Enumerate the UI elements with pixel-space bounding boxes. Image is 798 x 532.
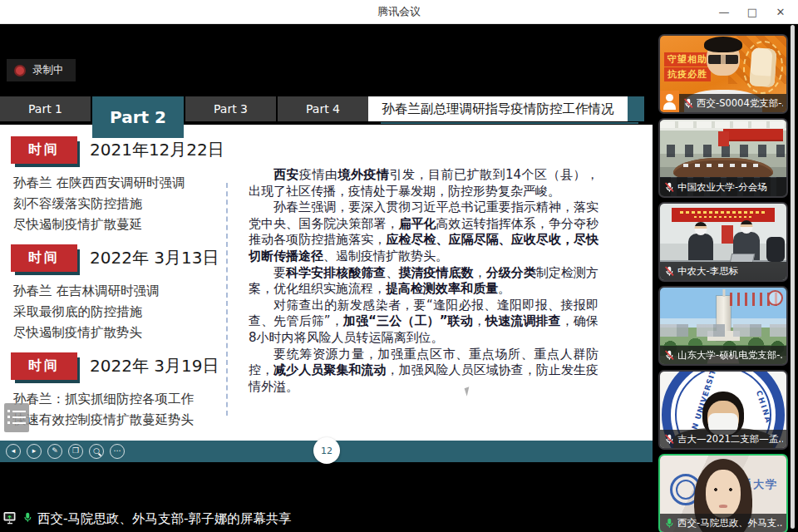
screen-share-icon <box>3 511 17 528</box>
content-paragraph: 孙春兰强调，要深入贯彻习近平总书记重要指示精神，落实党中央、国务院决策部署，扁平… <box>249 200 598 264</box>
timeline-line: 孙春兰 在吉林调研时强调 <box>13 281 232 302</box>
time-date: 2021年12月22日 <box>90 139 224 161</box>
content-paragraph: 要科学安排核酸筛查、摸清疫情底数，分级分类制定检测方案，优化组织实施流程，提高检… <box>249 265 598 298</box>
participant-tile[interactable]: 守望相助抗疫必胜西交-S0004党支部-... <box>658 34 788 114</box>
slide-title-cap <box>628 96 644 121</box>
timeline-line: 尽快遏制疫情扩散势头 <box>13 323 232 343</box>
annotate-pen-button[interactable]: ✎ <box>47 444 62 459</box>
caption-text: 西交-马院思政、外马支部-郭子娜的屏幕共享 <box>37 510 292 528</box>
tab-part-2[interactable]: Part 2 <box>92 96 184 138</box>
slide-list-toggle-icon[interactable] <box>4 403 29 432</box>
caption-mic-slot <box>22 511 33 527</box>
participant-tile[interactable]: 山东大学-硕机电党支部-... <box>658 286 788 366</box>
scene-layer <box>718 131 729 146</box>
participant-tile[interactable]: 中农大-李思标 <box>658 202 788 282</box>
recording-label: 录制中 <box>32 63 64 77</box>
mic-on-icon <box>663 517 675 530</box>
scene-layer <box>749 47 776 87</box>
time-date: 2022年 3月13日 <box>90 247 219 269</box>
participant-label: 中农大-李思标 <box>660 262 786 280</box>
scene-layer <box>722 225 733 244</box>
timeline-block: 时间2022年 3月19日孙春兰：抓实抓细防控各项工作快速有效控制疫情扩散蔓延势… <box>11 352 232 431</box>
participant-name: 中农大-李思标 <box>677 265 738 278</box>
timeline-lines: 孙春兰 在吉林调研时强调采取最彻底的防控措施尽快遏制疫情扩散势头 <box>13 281 232 343</box>
content-paragraph: 西安疫情由境外疫情引发，目前已扩散到14个区（县），出现了社区传播，疫情处于暴发… <box>249 167 598 200</box>
participant-tiles: 守望相助抗疫必胜西交-S0004党支部-...中国农业大学-分会场中农大-李思标… <box>658 34 788 532</box>
timeline-line: 孙春兰：抓实抓细防控各项工作 <box>13 389 232 410</box>
participants-sidebar: 守望相助抗疫必胜西交-S0004党支部-...中国农业大学-分会场中农大-李思标… <box>653 23 798 532</box>
scene-layer <box>707 41 740 76</box>
window-titlebar: 腾讯会议 — □ ✕ <box>0 0 798 24</box>
mic-muted-icon <box>682 97 694 110</box>
dashed-divider <box>226 183 228 416</box>
window-controls: — □ ✕ <box>710 0 795 23</box>
timeline-line: 孙春兰 在陕西西安调研时强调 <box>13 173 232 194</box>
content-paragraph: 对筛查出的新发感染者，要“逢阳必报、逢阳即报、接报即查、先管后筛”，加强“三公（… <box>249 298 598 347</box>
participant-tile[interactable]: 中国农业大学-分会场 <box>658 118 788 198</box>
next-page-button[interactable]: ▸ <box>27 444 42 459</box>
scene-layer <box>660 324 786 337</box>
participant-label: 西交-S0004党支部-... <box>679 94 786 112</box>
mic-muted-icon <box>663 349 675 362</box>
mic-on-icon <box>22 511 33 524</box>
slides-panel-button[interactable]: ❐ <box>68 444 83 459</box>
time-badge: 时间 <box>11 136 77 164</box>
scene-layer <box>672 208 775 222</box>
content-paragraph: 要统筹资源力量，加强重点区市、重点场所、重点人群防控，减少人员聚集和流动，加强风… <box>249 347 598 396</box>
timeline-block: 时间2021年12月22日孙春兰 在陕西西安调研时强调刻不容缓落实防控措施尽快遏… <box>11 136 232 235</box>
scene-layer <box>688 234 713 262</box>
participant-tile[interactable]: 西安交通大学西交-马院思政、外马支... <box>658 454 788 532</box>
scene-layer: 抗疫必胜 <box>664 67 711 81</box>
timeline-lines: 孙春兰：抓实抓细防控各项工作快速有效控制疫情扩散蔓延势头 <box>13 389 232 431</box>
timeline-line: 尽快遏制疫情扩散蔓延 <box>13 214 232 235</box>
window-title: 腾讯会议 <box>377 4 421 19</box>
slide-content: 时间2021年12月22日孙春兰 在陕西西安调研时强调刻不容缓落实防控措施尽快遏… <box>0 125 653 441</box>
tab-part-3[interactable]: Part 3 <box>185 96 276 121</box>
mic-muted-icon <box>663 181 675 194</box>
participant-label: 西交-马院思政、外马支... <box>660 514 786 532</box>
scene-layer <box>730 293 780 306</box>
main-text: 西安疫情由境外疫情引发，目前已扩散到14个区（县），出现了社区传播，疫情处于暴发… <box>249 167 598 395</box>
recording-dot-icon <box>14 65 26 76</box>
scene-layer <box>723 129 783 141</box>
scene-layer <box>662 145 785 157</box>
participant-name: 山东大学-硕机电党支部-... <box>677 349 783 362</box>
participant-label: 吉大—2021二支部—孟... <box>660 430 786 448</box>
participant-name: 西交-马院思政、外马支... <box>677 517 783 530</box>
participant-name: 西交-S0004党支部-... <box>697 97 783 110</box>
mic-muted-icon <box>663 433 675 446</box>
participant-label: 中国农业大学-分会场 <box>660 178 786 196</box>
scene-layer <box>766 237 785 262</box>
close-button[interactable]: ✕ <box>766 0 795 23</box>
participant-name: 吉大—2021二支部—孟... <box>677 433 783 446</box>
tab-part-4[interactable]: Part 4 <box>278 96 368 121</box>
mic-muted-icon <box>663 265 675 278</box>
timeline-header: 时间2022年 3月13日 <box>11 244 232 272</box>
time-badge: 时间 <box>11 244 77 272</box>
timeline-header: 时间2021年12月22日 <box>11 136 232 164</box>
page-number-bubble[interactable]: 12 <box>313 437 340 464</box>
recording-indicator[interactable]: 录制中 <box>7 59 76 81</box>
avatar-icon <box>660 91 679 112</box>
slide-title-underline <box>381 122 638 124</box>
more-options-button[interactable]: ⋯ <box>110 444 125 459</box>
maximize-button[interactable]: □ <box>738 0 766 23</box>
time-badge: 时间 <box>11 352 77 380</box>
timeline-header: 时间2022年 3月19日 <box>11 352 232 380</box>
timeline-block: 时间2022年 3月13日孙春兰 在吉林调研时强调采取最彻底的防控措施尽快遏制疫… <box>11 244 232 343</box>
sidebar-scrollbar[interactable] <box>791 25 795 529</box>
prev-page-button[interactable]: ◂ <box>6 444 21 459</box>
tab-part-1[interactable]: Part 1 <box>0 96 91 121</box>
timeline-line: 快速有效控制疫情扩散蔓延势头 <box>13 410 232 431</box>
timeline-line: 采取最彻底的防控措施 <box>13 302 232 323</box>
time-date: 2022年 3月19日 <box>90 355 219 377</box>
participant-tile[interactable]: JILIN UNIVERSITYCHINA吉大—2021二支部—孟... <box>658 370 788 450</box>
minimize-button[interactable]: — <box>710 0 738 23</box>
screen-share-caption: 西交-马院思政、外马支部-郭子娜的屏幕共享 <box>0 508 302 530</box>
zoom-button[interactable]: ○ <box>89 444 104 459</box>
scene-layer <box>660 121 786 128</box>
participant-name: 中国农业大学-分会场 <box>677 181 767 194</box>
timeline-line: 刻不容缓落实防控措施 <box>13 194 232 214</box>
timeline: 时间2021年12月22日孙春兰 在陕西西安调研时强调刻不容缓落实防控措施尽快遏… <box>11 136 232 440</box>
scene-layer: 守望相助 <box>664 52 711 66</box>
